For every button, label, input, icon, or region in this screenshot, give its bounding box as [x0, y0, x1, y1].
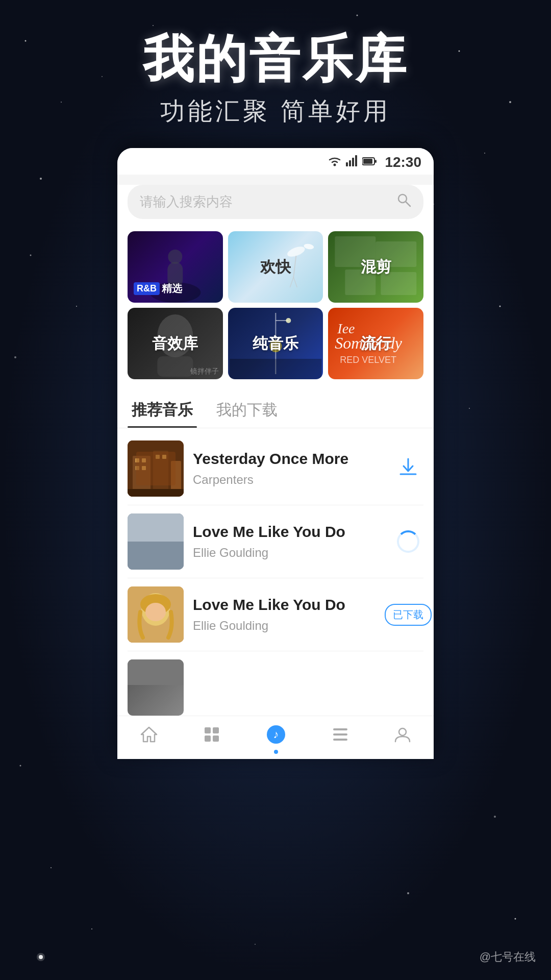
svg-rect-66 — [128, 489, 184, 497]
nav-item-music[interactable]: ♪ — [266, 724, 286, 749]
song-cover-1 — [128, 440, 184, 497]
svg-rect-60 — [135, 458, 139, 462]
svg-rect-30 — [363, 159, 372, 164]
svg-point-24 — [334, 164, 336, 166]
song-item-4-partial — [128, 651, 423, 716]
svg-rect-27 — [352, 158, 354, 166]
svg-line-33 — [406, 202, 410, 206]
svg-rect-31 — [375, 160, 377, 163]
svg-marker-79 — [141, 727, 157, 742]
category-card-pure[interactable]: 纯音乐 — [228, 308, 323, 379]
search-bar[interactable]: 请输入搜索内容 — [128, 185, 423, 219]
song-item-1: Yesterday Once More Carpenters — [128, 432, 423, 505]
svg-point-89 — [399, 728, 406, 736]
loading-spinner-2 — [397, 530, 419, 553]
search-icon[interactable] — [397, 193, 411, 211]
app-title: 我的音乐库 — [0, 31, 551, 87]
svg-rect-73 — [128, 542, 184, 570]
music-tabs: 推荐音乐 我的下载 — [117, 389, 434, 428]
grid-icon — [204, 726, 220, 747]
svg-rect-81 — [213, 727, 219, 733]
category-grid: R&B 精选 欢快 — [117, 231, 434, 389]
nav-item-user[interactable] — [394, 726, 411, 747]
song-info-3: Love Me Like You Do Ellie Goulding — [193, 596, 384, 633]
category-card-pop[interactable]: Iee Somebody RED VELVET 流行 — [328, 308, 423, 379]
svg-point-50 — [286, 318, 291, 323]
category-card-rnb[interactable]: R&B 精选 — [128, 231, 223, 303]
svg-point-77 — [145, 603, 166, 621]
song-action-3[interactable]: 已下载 — [393, 599, 423, 630]
category-label-mix: 混剪 — [361, 257, 391, 278]
song-cover-4-partial — [128, 659, 184, 716]
song-title-1: Yesterday Once More — [193, 450, 384, 468]
phone-frame: 12:30 请输入搜索内容 — [117, 148, 434, 759]
category-card-happy[interactable]: 欢快 — [228, 231, 323, 303]
svg-rect-25 — [346, 162, 348, 166]
song-title-2: Love Me Like You Do — [193, 523, 384, 541]
status-bar: 12:30 — [117, 148, 434, 175]
svg-rect-64 — [156, 455, 160, 459]
svg-line-40 — [290, 277, 293, 287]
category-label-happy: 欢快 — [260, 257, 291, 278]
app-subtitle: 功能汇聚 简单好用 — [0, 95, 551, 128]
svg-rect-86 — [333, 728, 347, 730]
svg-rect-59 — [171, 461, 181, 492]
svg-rect-82 — [205, 736, 211, 742]
svg-rect-62 — [135, 466, 139, 470]
svg-rect-61 — [142, 458, 146, 462]
svg-rect-63 — [142, 466, 146, 470]
category-label-pop: 流行 — [361, 333, 391, 354]
download-icon-1[interactable] — [398, 457, 418, 481]
svg-line-39 — [293, 256, 296, 277]
category-card-mix[interactable]: 混剪 — [328, 231, 423, 303]
wifi-icon — [328, 155, 342, 169]
app-content: 请输入搜索内容 R&B — [117, 185, 434, 716]
svg-rect-65 — [162, 455, 166, 459]
svg-rect-58 — [153, 451, 168, 492]
tab-downloads[interactable]: 我的下载 — [212, 395, 282, 428]
category-card-sound[interactable]: 音效库 镜拌伴子 — [128, 308, 223, 379]
search-placeholder: 请输入搜索内容 — [140, 193, 391, 211]
song-cover-2 — [128, 513, 184, 570]
svg-text:RED VELVET: RED VELVET — [340, 355, 397, 365]
svg-rect-47 — [157, 356, 193, 377]
svg-rect-87 — [333, 733, 347, 736]
tab-recommended[interactable]: 推荐音乐 — [128, 395, 197, 428]
song-title-3: Love Me Like You Do — [193, 596, 384, 614]
category-label-pure: 纯音乐 — [253, 333, 298, 354]
watermark: @七号在线 — [480, 949, 536, 965]
song-list: Yesterday Once More Carpenters — [117, 432, 434, 716]
svg-rect-80 — [205, 727, 211, 733]
song-item-2: Love Me Like You Do Ellie Goulding — [128, 505, 423, 578]
song-cover-3 — [128, 586, 184, 643]
song-action-1[interactable] — [393, 453, 423, 484]
svg-rect-72 — [128, 513, 184, 542]
svg-rect-51 — [230, 359, 321, 379]
svg-rect-88 — [333, 739, 347, 741]
song-artist-1: Carpenters — [193, 473, 384, 487]
list-icon — [332, 726, 348, 747]
nav-item-grid[interactable] — [204, 726, 220, 747]
signal-icon — [346, 155, 358, 169]
nav-active-dot — [274, 750, 278, 754]
nav-item-home[interactable] — [140, 726, 158, 747]
svg-rect-26 — [349, 160, 351, 166]
nav-item-list[interactable] — [332, 726, 348, 747]
song-action-2 — [393, 526, 423, 557]
svg-point-36 — [168, 250, 182, 264]
status-time: 12:30 — [385, 154, 421, 170]
bottom-nav: ♪ — [117, 716, 434, 759]
song-info-2: Love Me Like You Do Ellie Goulding — [193, 523, 384, 560]
status-icons — [328, 155, 377, 169]
downloaded-badge-3[interactable]: 已下载 — [385, 604, 432, 626]
header-section: 我的音乐库 功能汇聚 简单好用 — [0, 0, 551, 148]
svg-point-38 — [303, 243, 314, 250]
song-item-3: Love Me Like You Do Ellie Goulding 已下载 — [128, 578, 423, 651]
battery-icon — [362, 156, 377, 169]
song-artist-3: Ellie Goulding — [193, 619, 384, 633]
svg-rect-78 — [128, 659, 184, 685]
svg-text:♪: ♪ — [273, 728, 279, 741]
song-info-1: Yesterday Once More Carpenters — [193, 450, 384, 487]
svg-line-41 — [293, 277, 297, 287]
user-icon — [394, 726, 411, 747]
